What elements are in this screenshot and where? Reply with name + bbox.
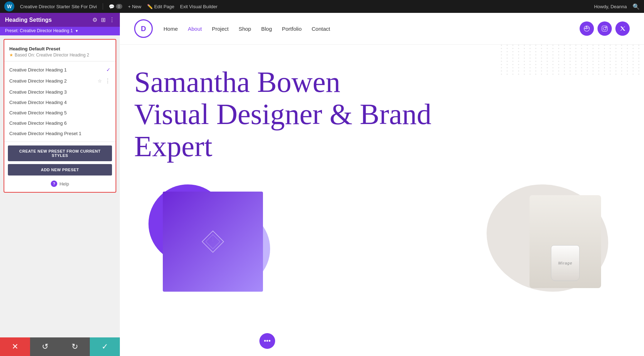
help-label: Help [59,181,69,187]
preset-item-name: Creative Director Heading 2 [9,78,67,84]
wp-logo-icon[interactable]: W [4,1,14,11]
hero-title-line3: Expert [134,130,213,163]
social-x-button[interactable] [615,21,630,36]
comments-item[interactable]: 💬 0 [109,4,122,9]
panel-content: Heading Default Preset ★ Based On: Creat… [0,35,120,337]
site-name[interactable]: Creative Director Starter Site For Divi [20,4,97,9]
help-link[interactable]: ? Help [4,178,116,188]
preset-actions: CREATE NEW PRESET FROM CURRENT STYLES AD… [4,142,116,178]
comments-icon: 💬 [109,4,114,9]
default-preset-section: Heading Default Preset ★ Based On: Creat… [4,43,116,61]
cancel-button[interactable]: ✕ [0,337,30,356]
social-links [580,21,630,36]
list-item[interactable]: Creative Director Heading Preset 1 [4,128,116,139]
dot-grid: // Generate dots for(let i=0;i<300;i++){… [501,45,644,75]
portfolio-image-left [134,184,295,299]
hero-title-line2: Visual Designer & Brand [134,98,431,130]
based-on-text: Based On: Creative Director Heading 2 [15,53,89,58]
options-icon[interactable]: ⋮ [105,78,111,84]
nav-contact[interactable]: Contact [312,26,330,32]
panel-title: Heading Settings [5,17,52,23]
hero-section: // Generate dots for(let i=0;i<300;i++){… [120,45,644,177]
preset-item-name: Creative Director Heading 3 [9,89,67,95]
save-button[interactable]: ✓ [90,337,120,356]
list-item[interactable]: Creative Director Heading 3 [4,87,116,97]
header-actions: ⚙ ⊞ ⋮ [92,16,115,23]
add-preset-button[interactable]: ADD NEW PRESET [8,164,112,175]
site-logo[interactable]: D [134,19,153,38]
list-item[interactable]: Creative Director Heading 1 ✓ [4,64,116,75]
dot-pattern-decoration: // Generate dots for(let i=0;i<300;i++){… [501,45,644,134]
diamond-icon [200,229,225,254]
help-icon: ? [51,181,57,187]
list-item[interactable]: Creative Director Heading 5 [4,108,116,118]
preset-label-bar[interactable]: Preset: Creative Director Heading 1 ▼ [0,27,120,35]
comment-count: 0 [116,4,122,9]
nav-project[interactable]: Project [212,26,229,32]
based-on-row: ★ Based On: Creative Director Heading 2 [9,53,111,58]
preset-item-name: Creative Director Heading 4 [9,100,67,105]
hero-title: Samantha Bowen Visual Designer & Brand E… [134,66,456,163]
nav-portfolio[interactable]: Portfolio [282,26,302,32]
product-photo[interactable] [163,192,263,292]
social-dribbble-button[interactable] [580,21,594,36]
more-icon[interactable]: ⋮ [109,16,115,23]
create-preset-button[interactable]: CREATE NEW PRESET FROM CURRENT STYLES [8,145,112,161]
candle-brand-label: Mirage [558,261,572,265]
svg-point-2 [603,27,606,30]
default-preset-label: Heading Default Preset [9,46,111,51]
portfolio-strip: Mirage [120,184,644,299]
nav-blog[interactable]: Blog [261,26,272,32]
bottom-bar: ✕ ↺ ↻ ✓ [0,337,120,356]
floating-action-button[interactable]: ••• [259,333,275,349]
list-item[interactable]: Creative Director Heading 2 ☆ ⋮ [4,75,116,87]
chevron-down-icon: ▼ [75,29,78,33]
preset-label-text: Preset: Creative Director Heading 1 [5,28,73,33]
star-icon: ★ [9,53,13,58]
portfolio-image-right: Mirage [302,184,630,299]
exit-builder-item[interactable]: Exit Visual Builder [180,4,218,9]
new-item[interactable]: + New [128,4,141,9]
more-options-icon: ••• [264,337,271,345]
left-panel: Heading Settings ⚙ ⊞ ⋮ Preset: Creative … [0,13,120,356]
preset-item-name: Creative Director Heading Preset 1 [9,131,82,136]
candle-product-photo[interactable]: Mirage [530,195,601,288]
nav-home[interactable]: Home [164,26,178,32]
columns-icon[interactable]: ⊞ [101,16,106,23]
hero-title-line1: Samantha Bowen [134,66,340,98]
redo-button[interactable]: ↻ [60,337,90,356]
svg-point-3 [606,27,606,28]
site-nav: D Home About Project Shop Blog Portfolio… [120,13,644,45]
preset-item-name: Creative Director Heading 6 [9,120,67,126]
list-item[interactable]: Creative Director Heading 6 [4,118,116,128]
nav-about[interactable]: About [188,26,202,32]
site-nav-links: Home About Project Shop Blog Portfolio C… [164,26,580,32]
wp-admin-bar: W Creative Director Starter Site For Div… [0,0,644,13]
howdy-text: Howdy, Deanna [594,4,627,9]
candle-jar: Mirage [551,245,580,281]
preset-dropdown: Heading Default Preset ★ Based On: Creat… [4,39,116,193]
search-icon[interactable]: 🔍 [633,3,640,10]
main-content: D Home About Project Shop Blog Portfolio… [120,13,644,356]
social-instagram-button[interactable] [597,21,612,36]
panel-header: Heading Settings ⚙ ⊞ ⋮ [0,13,120,27]
edit-page-item[interactable]: ✏️ Edit Page [147,4,174,9]
list-item[interactable]: Creative Director Heading 4 [4,97,116,108]
check-icon: ✓ [106,67,111,73]
pencil-icon: ✏️ [147,4,153,9]
undo-button[interactable]: ↺ [30,337,60,356]
preset-item-name: Creative Director Heading 5 [9,110,67,115]
preset-list: Creative Director Heading 1 ✓ Creative D… [4,61,116,142]
settings-icon[interactable]: ⚙ [92,16,97,23]
admin-divider [103,3,103,10]
nav-shop[interactable]: Shop [239,26,251,32]
star-icon: ☆ [98,78,102,84]
main-layout: Heading Settings ⚙ ⊞ ⋮ Preset: Creative … [0,13,644,356]
preset-item-name: Creative Director Heading 1 [9,67,67,73]
